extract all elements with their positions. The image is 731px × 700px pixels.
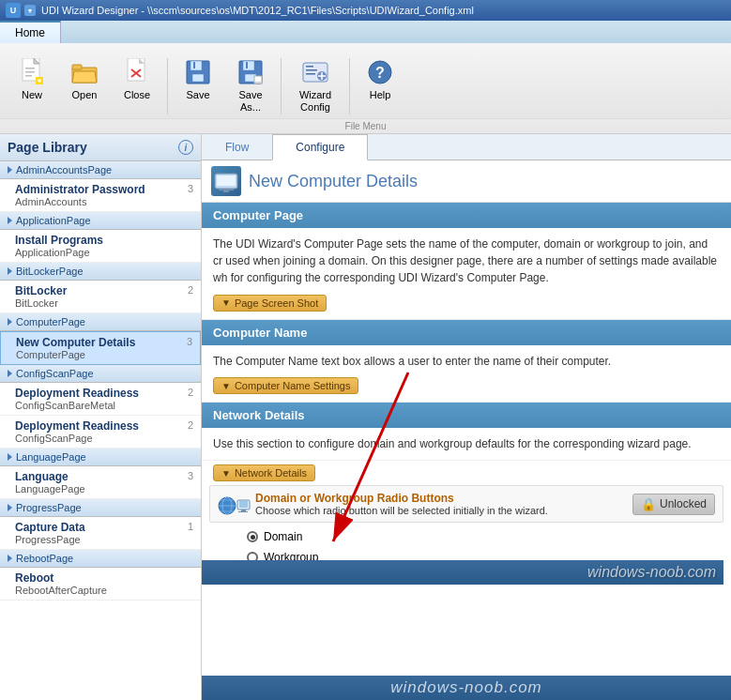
wizard-config-button[interactable]: Wizard Config xyxy=(287,53,343,118)
radio-domain[interactable]: Domain xyxy=(202,526,731,547)
watermark-bar: windows-noob.com xyxy=(202,676,731,700)
tab-home[interactable]: Home xyxy=(0,21,61,43)
radio-domain-circle[interactable] xyxy=(247,531,258,542)
svg-rect-36 xyxy=(217,175,236,186)
collapse-triangle-icon xyxy=(8,555,12,562)
lock-icon: 🔒 xyxy=(641,497,656,511)
section-content-computer-name: The Computer Name text box allows a user… xyxy=(202,345,731,403)
open-icon xyxy=(69,57,99,87)
open-label: Open xyxy=(72,89,98,101)
save-icon xyxy=(183,57,213,87)
sidebar-item-reboot[interactable]: Reboot RebootAfterCapture xyxy=(0,568,201,601)
sidebar-group-ProgressPage[interactable]: ProgressPage xyxy=(0,499,201,517)
new-button[interactable]: New xyxy=(8,53,56,118)
close-label: Close xyxy=(124,89,150,101)
collapse-triangle-icon xyxy=(8,453,12,461)
svg-rect-45 xyxy=(239,501,248,508)
collapse-triangle-icon xyxy=(8,267,12,275)
svg-rect-19 xyxy=(193,62,195,68)
collapse-triangle-icon xyxy=(8,318,12,326)
computer-name-settings-button[interactable]: ▼ Computer Name Settings xyxy=(213,377,358,394)
sidebar-item-bitlocker[interactable]: BitLocker BitLocker 2 xyxy=(0,281,201,313)
new-label: New xyxy=(22,89,42,101)
section-content-network-details: Use this section to configure domain and… xyxy=(202,428,731,461)
sidebar-group-BitLockerPage[interactable]: BitLockerPage xyxy=(0,263,201,281)
collapse-triangle-icon xyxy=(8,504,12,511)
title-text: UDI Wizard Designer - \\sccm\sources\os\… xyxy=(41,5,474,16)
sidebar-item-install-programs[interactable]: Install Programs ApplicationPage xyxy=(0,230,201,263)
svg-rect-47 xyxy=(238,511,248,512)
ribbon: Home New xyxy=(0,21,731,134)
unlocked-label: Unlocked xyxy=(660,497,707,510)
sidebar-group-ApplicationPage[interactable]: ApplicationPage xyxy=(0,212,201,230)
watermark-text: windows-noob.com xyxy=(390,678,542,697)
save-as-icon: ... xyxy=(236,57,266,87)
radio-workgroup-circle[interactable] xyxy=(247,552,258,563)
network-item-desc: Choose which radio button will be select… xyxy=(255,505,632,516)
ribbon-separator-3 xyxy=(349,58,350,114)
help-icon: ? xyxy=(365,57,395,87)
sidebar-item-deployment-readiness-2[interactable]: Deployment Readiness ConfigScanPage 2 xyxy=(0,416,201,449)
svg-rect-10 xyxy=(72,65,82,69)
svg-rect-3 xyxy=(25,68,35,69)
close-icon xyxy=(122,57,152,87)
save-button[interactable]: Save xyxy=(174,53,222,118)
section-computer-name: Computer Name The Computer Name text box… xyxy=(202,320,731,403)
section-computer-page: Computer Page The UDI Wizard's Computer … xyxy=(202,203,731,320)
sidebar-info-icon[interactable]: i xyxy=(178,140,193,155)
page-screenshot-button[interactable]: ▼ Page Screen Shot xyxy=(213,295,327,312)
radio-workgroup[interactable]: Workgroup xyxy=(202,547,731,568)
sidebar-header: Page Library i xyxy=(0,134,201,161)
help-button[interactable]: ? Help xyxy=(356,53,404,118)
sidebar-group-ComputerPage[interactable]: ComputerPage xyxy=(0,313,201,331)
collapse-triangle-icon xyxy=(8,217,12,224)
section-header-computer-page: Computer Page xyxy=(202,203,731,228)
sidebar-item-deployment-readiness-1[interactable]: Deployment Readiness ConfigScanBareMetal… xyxy=(0,383,201,416)
save-label: Save xyxy=(186,89,209,101)
help-label: Help xyxy=(370,89,391,101)
sidebar-group-AdminAccountsPage[interactable]: AdminAccountsPage xyxy=(0,161,201,179)
section-header-computer-name: Computer Name xyxy=(202,320,731,345)
svg-rect-37 xyxy=(219,189,234,190)
wizard-config-icon xyxy=(300,57,330,87)
page-header: New Computer Details xyxy=(202,160,731,203)
sidebar-group-LanguagePage[interactable]: LanguagePage xyxy=(0,449,201,466)
open-button[interactable]: Open xyxy=(60,53,109,118)
tab-configure[interactable]: Configure xyxy=(272,134,368,160)
collapse-triangle-icon xyxy=(8,166,12,174)
section-content-computer-page: The UDI Wizard's Computer Page sets the … xyxy=(202,228,731,320)
sidebar-item-capture-data[interactable]: Capture Data ProgressPage 1 xyxy=(0,517,201,550)
file-menu-label: File Menu xyxy=(345,121,387,131)
section-network-details: Network Details Use this section to conf… xyxy=(202,403,731,568)
network-details-collapse-button[interactable]: ▼ Network Details xyxy=(213,464,315,481)
sidebar-item-language[interactable]: Language LanguagePage 3 xyxy=(0,466,201,499)
collapse-arrow-icon: ▼ xyxy=(221,297,231,308)
collapse-triangle-icon xyxy=(8,370,12,377)
svg-rect-21 xyxy=(243,61,254,70)
svg-rect-27 xyxy=(306,66,313,68)
collapse-arrow-icon: ▼ xyxy=(221,381,231,391)
page-title: New Computer Details xyxy=(249,172,418,191)
save-as-button[interactable]: ... Save As... xyxy=(226,53,275,118)
svg-rect-29 xyxy=(306,73,315,75)
page-header-icon xyxy=(211,166,241,196)
right-panel: Flow Configure New Computer Details xyxy=(202,134,731,700)
close-button[interactable]: Close xyxy=(113,53,161,118)
title-bar: U ▼ UDI Wizard Designer - \\sccm\sources… xyxy=(0,0,731,21)
section-header-network-details: Network Details xyxy=(202,403,731,428)
wizard-config-label: Wizard Config xyxy=(290,89,341,114)
sidebar-item-new-computer-details[interactable]: New Computer Details ComputerPage 3 xyxy=(0,331,201,365)
svg-marker-11 xyxy=(72,71,97,83)
svg-rect-17 xyxy=(190,61,202,70)
main-layout: Page Library i AdminAccountsPage Adminis… xyxy=(0,134,731,700)
sidebar-group-ConfigScanPage[interactable]: ConfigScanPage xyxy=(0,365,201,383)
ribbon-content: New Open Close xyxy=(0,43,731,118)
ribbon-tabs: Home xyxy=(0,21,731,43)
sidebar-item-administrator-password[interactable]: Administrator Password AdminAccounts 3 xyxy=(0,179,201,212)
unlocked-badge[interactable]: 🔒 Unlocked xyxy=(632,494,715,515)
sidebar-group-RebootPage[interactable]: RebootPage xyxy=(0,550,201,568)
tab-flow[interactable]: Flow xyxy=(202,134,272,160)
collapse-arrow-icon: ▼ xyxy=(221,468,231,479)
svg-rect-4 xyxy=(25,71,35,73)
ribbon-separator-2 xyxy=(281,58,282,114)
